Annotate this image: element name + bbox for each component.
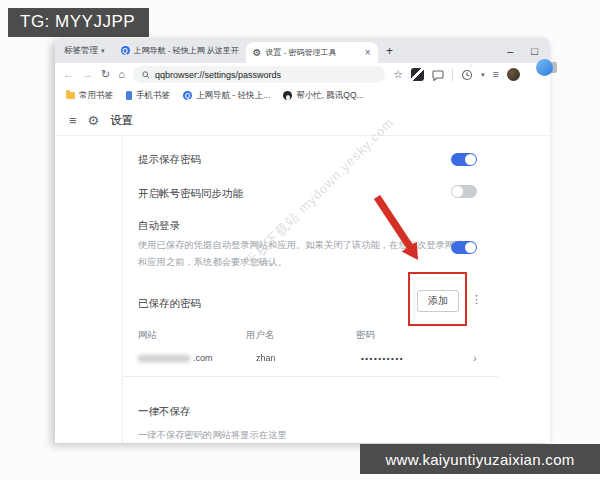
menu-icon[interactable]: ≡ [493, 69, 499, 80]
bookmark-label: 常用书签 [79, 90, 113, 102]
home-icon[interactable]: ⌂ [118, 69, 125, 80]
bookmark-label: 帮小忙, 腾讯QQ... [296, 90, 364, 102]
browser-toolbar: ← → ↻ ⌂ qqbrowser://settings/passwords ☆… [55, 63, 550, 86]
bookmark-nav-site[interactable]: Q 上网导航 - 轻快上... [183, 90, 270, 102]
blurred-website-text [138, 355, 190, 362]
settings-content: 提示保存密码 开启帐号密码同步功能 自动登录 使用已保存的凭据自动登录网站和应用… [55, 137, 550, 443]
row-divider [123, 376, 498, 377]
feedback-bubble-icon[interactable] [432, 69, 444, 81]
tab-manager-button[interactable]: 标签管理 ▾ [55, 38, 114, 63]
q-favicon-icon: Q [121, 46, 130, 55]
penguin-icon [283, 91, 292, 100]
tg-watermark-label: TG: MYYJJPP [8, 8, 149, 37]
new-tab-button[interactable]: + [378, 38, 402, 63]
bookmark-label: 手机书签 [136, 90, 170, 102]
tab-nav-home[interactable]: Q 上网导航 - 轻快上网 从这里开始 [114, 38, 246, 63]
site-watermark-label: www.kaiyuntiyuzaixian.com [360, 444, 600, 474]
tab-title: 上网导航 - 轻快上网 从这里开始 [134, 45, 239, 56]
table-cell-username: zhan [256, 353, 276, 363]
hamburger-menu-icon[interactable]: ≡ [69, 114, 77, 127]
browser-window: 标签管理 ▾ Q 上网导航 - 轻快上网 从这里开始 ⚙ 设置 - 密码管理工具… [55, 38, 550, 443]
row-label-sync: 开启帐号密码同步功能 [138, 187, 243, 201]
row-label-prompt-save: 提示保存密码 [138, 153, 201, 167]
gear-icon: ⚙ [88, 114, 100, 127]
minimize-button[interactable]: – [507, 45, 513, 57]
more-vertical-icon[interactable]: ⋮ [471, 293, 482, 306]
back-icon[interactable]: ← [63, 69, 74, 80]
never-save-title: 一律不保存 [138, 405, 191, 419]
bookmark-folder-mobile[interactable]: 手机书签 [126, 90, 170, 102]
gear-favicon-icon: ⚙ [253, 48, 262, 58]
history-clock-icon[interactable] [461, 69, 473, 81]
bookmarks-bar: 常用书签 手机书签 Q 上网导航 - 轻快上... 帮小忙, 腾讯QQ... [55, 86, 550, 105]
column-header-website: 网站 [138, 329, 157, 342]
profile-avatar[interactable] [507, 68, 520, 81]
extension-flash-icon[interactable] [411, 68, 424, 81]
table-cell-password: •••••••••• [361, 354, 404, 363]
bookmark-label: 上网导航 - 轻快上... [196, 90, 270, 102]
bookmark-tencent-qq[interactable]: 帮小忙, 腾讯QQ... [283, 90, 364, 102]
settings-header: ≡ ⚙ 设置 [55, 105, 550, 136]
tab-bar: 标签管理 ▾ Q 上网导航 - 轻快上网 从这里开始 ⚙ 设置 - 密码管理工具… [55, 38, 550, 63]
search-icon [142, 71, 150, 79]
tab-manager-label: 标签管理 [64, 45, 98, 57]
annotation-arrow [352, 190, 432, 275]
bookmark-star-icon[interactable]: ☆ [393, 68, 403, 81]
qq-floating-button[interactable] [536, 59, 553, 76]
auto-login-title: 自动登录 [138, 219, 180, 233]
chevron-down-icon: ▾ [101, 47, 105, 55]
saved-passwords-title: 已保存的密码 [138, 297, 201, 311]
toggle-auto-login[interactable] [451, 241, 477, 254]
phone-icon [126, 91, 132, 100]
tab-settings-passwords[interactable]: ⚙ 设置 - 密码管理工具 × [246, 42, 378, 63]
history-caret-icon[interactable]: ▾ [481, 71, 485, 79]
page-title: 设置 [110, 113, 133, 128]
column-header-username: 用户名 [246, 329, 275, 342]
chevron-right-icon[interactable]: › [473, 352, 477, 364]
toggle-sync[interactable] [451, 185, 477, 198]
annotation-highlight-rect [408, 272, 467, 326]
toggle-prompt-save[interactable] [451, 153, 477, 166]
maximize-button[interactable]: □ [531, 45, 538, 57]
address-bar[interactable]: qqbrowser://settings/passwords [133, 66, 385, 83]
column-header-password: 密码 [356, 329, 375, 342]
forward-icon[interactable]: → [82, 69, 93, 80]
close-tab-icon[interactable]: × [365, 47, 371, 58]
folder-icon [66, 92, 75, 99]
reload-icon[interactable]: ↻ [101, 69, 110, 80]
q-favicon-icon: Q [183, 91, 192, 100]
toolbar-divider [452, 69, 453, 81]
table-cell-website: .com [138, 353, 213, 363]
never-save-description: 一律不保存密码的网站将显示在这里 [138, 429, 287, 442]
url-text: qqbrowser://settings/passwords [155, 70, 281, 80]
bookmark-folder-common[interactable]: 常用书签 [66, 90, 113, 102]
tab-title: 设置 - 密码管理工具 [265, 47, 360, 58]
